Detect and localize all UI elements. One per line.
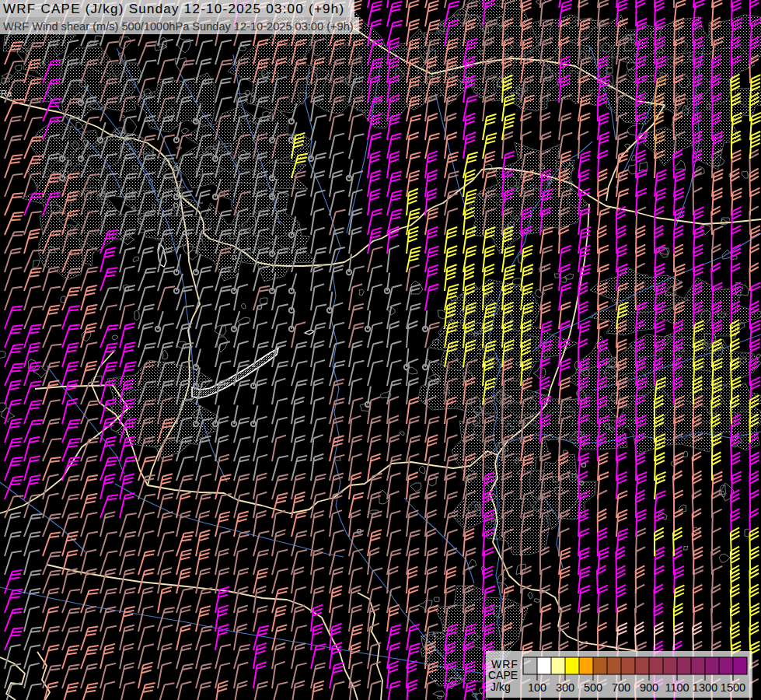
svg-text:WRF Wind shear (m/s) 500/1000h: WRF Wind shear (m/s) 500/1000hPa Sunday … bbox=[3, 20, 354, 33]
svg-text:WRF CAPE (J/kg) Sunday 12-10-2: WRF CAPE (J/kg) Sunday 12-10-2025 03:00 … bbox=[3, 2, 344, 16]
svg-text:500: 500 bbox=[584, 681, 602, 694]
svg-text:1500: 1500 bbox=[721, 681, 745, 694]
svg-text:1100: 1100 bbox=[665, 681, 689, 694]
svg-text:300: 300 bbox=[556, 681, 574, 694]
svg-text:900: 900 bbox=[640, 681, 658, 694]
svg-text:1300: 1300 bbox=[693, 681, 717, 694]
svg-text:J/kg: J/kg bbox=[490, 681, 511, 693]
svg-text:Ra: Ra bbox=[1, 89, 12, 98]
svg-text:700: 700 bbox=[612, 681, 630, 694]
svg-text:CAPE: CAPE bbox=[488, 669, 518, 681]
svg-text:100: 100 bbox=[528, 681, 546, 694]
